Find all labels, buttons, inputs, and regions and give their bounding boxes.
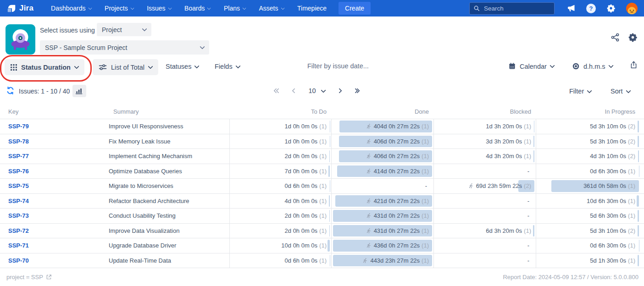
- search-input[interactable]: [483, 5, 550, 12]
- duration-value: -: [527, 257, 529, 264]
- column-header-done[interactable]: Done: [331, 108, 433, 115]
- issue-key-link[interactable]: SSP-71: [8, 242, 29, 249]
- duration-cell-todo: 4d 0h 0m 0s (1): [229, 194, 331, 209]
- time-format-select[interactable]: d.h.m.s: [572, 62, 613, 70]
- duration-cell-in-progress: 5d 3h 10m 0s (2): [536, 134, 644, 149]
- duration-value: -: [527, 198, 529, 204]
- duration-cell-blocked: 69d 23h 59m 22s (2): [433, 179, 536, 193]
- issue-key-link[interactable]: SSP-75: [8, 182, 29, 189]
- pagination-next-button[interactable]: [338, 89, 341, 93]
- duration-value: 361d 0h 58m 0s: [583, 182, 626, 189]
- duration-cell-blocked: 6d 3h 20m 0s (1): [433, 224, 536, 238]
- runner-icon: [366, 168, 372, 174]
- announcements-icon[interactable]: [566, 4, 576, 13]
- statuses-select[interactable]: Statuses: [166, 63, 199, 70]
- jira-logo[interactable]: Jira: [6, 4, 33, 13]
- global-search[interactable]: [469, 2, 555, 15]
- issue-date-filter-input[interactable]: [306, 62, 409, 70]
- chevron-down-icon: [168, 6, 172, 10]
- sort-select[interactable]: Sort: [611, 88, 630, 95]
- duration-value: 431d 0h 27m 22s: [374, 227, 420, 234]
- create-button[interactable]: Create: [339, 2, 371, 15]
- nav-item-plans[interactable]: Plans: [224, 5, 246, 12]
- chart-toggle-button[interactable]: [72, 85, 86, 97]
- duration-value: 421d 0h 27m 22s: [374, 198, 420, 204]
- issue-key-link[interactable]: SSP-74: [8, 198, 29, 204]
- duration-value: 5d 3h 10m 0s: [590, 123, 626, 130]
- duration-cell-todo: 2d 0h 0m 0s (1): [229, 149, 331, 164]
- nav-item-timepiece[interactable]: Timepiece: [297, 5, 327, 12]
- project-select[interactable]: SSP - Sample Scrum Project: [40, 40, 209, 55]
- duration-count: (1): [319, 153, 327, 160]
- issue-key-link[interactable]: SSP-72: [8, 227, 29, 234]
- page-size-select[interactable]: 10: [309, 87, 325, 94]
- duration-count: (2): [628, 138, 635, 145]
- nav-item-projects[interactable]: Projects: [105, 5, 133, 12]
- chevron-down-icon: [131, 6, 134, 10]
- pagination-last-button[interactable]: [354, 89, 360, 93]
- duration-count: (1): [524, 123, 531, 130]
- share-button[interactable]: [611, 33, 620, 42]
- issues-count: Issues: 1 - 10 / 40: [19, 88, 70, 95]
- footer-jql-link[interactable]: project = SSP: [6, 274, 52, 280]
- duration-cell-done: 431d 0h 27m 22s (1): [331, 209, 433, 223]
- nav-item-boards[interactable]: Boards: [184, 5, 211, 12]
- duration-value: -: [527, 212, 529, 219]
- nav-item-dashboards[interactable]: Dashboards: [51, 5, 91, 12]
- duration-bar: [328, 240, 330, 252]
- user-avatar[interactable]: [626, 3, 638, 14]
- issue-source-select[interactable]: Project: [97, 23, 151, 36]
- runner-icon: [362, 258, 368, 264]
- issue-key-link[interactable]: SSP-73: [8, 212, 29, 219]
- chevron-down-icon: [74, 64, 79, 69]
- duration-value: 5d 1h 30m 0s: [590, 257, 626, 264]
- duration-bar: [329, 150, 330, 162]
- nav-item-issues[interactable]: Issues: [147, 5, 171, 12]
- duration-count: (1): [319, 123, 327, 130]
- export-button[interactable]: [629, 60, 638, 69]
- report-type-select[interactable]: Status Duration: [5, 59, 84, 75]
- issue-date-filter[interactable]: [306, 62, 407, 70]
- fields-select[interactable]: Fields: [215, 63, 240, 70]
- duration-count: (1): [319, 198, 327, 204]
- issue-key-link[interactable]: SSP-78: [8, 138, 29, 145]
- issue-key-link[interactable]: SSP-79: [8, 123, 29, 130]
- duration-value: 5d 3h 10m 0s: [590, 138, 626, 145]
- issue-summary: Migrate to Microservices: [109, 179, 229, 193]
- issue-key-link[interactable]: SSP-77: [8, 153, 29, 160]
- column-header-todo[interactable]: To Do: [229, 108, 331, 115]
- report-settings-button[interactable]: [628, 33, 638, 42]
- runner-icon: [468, 183, 474, 189]
- column-header-blocked[interactable]: Blocked: [433, 108, 536, 115]
- table-row: SSP-77 Implement Caching Mechanism 2d 0h…: [0, 149, 644, 164]
- column-header-key[interactable]: Key: [0, 108, 109, 115]
- duration-value: 4d 3h 20m 0s: [486, 153, 522, 160]
- chevron-down-icon: [281, 6, 284, 10]
- refresh-button[interactable]: [6, 86, 15, 95]
- select-issues-label: Select issues using: [40, 27, 95, 34]
- help-icon[interactable]: ?: [586, 4, 596, 13]
- calendar-select[interactable]: Calendar: [508, 62, 554, 70]
- nav-item-assets[interactable]: Assets: [259, 5, 284, 12]
- list-mode-select[interactable]: List of Total: [93, 59, 158, 75]
- duration-value: 2d 0h 0m 0s: [285, 153, 318, 160]
- issue-key-link[interactable]: SSP-70: [8, 257, 29, 264]
- duration-value: 2d 0h 0m 0s: [285, 212, 318, 219]
- pagination-prev-button[interactable]: [293, 89, 296, 93]
- app-logo: [6, 24, 35, 55]
- column-header-in-progress[interactable]: In Progress: [536, 108, 644, 115]
- issue-key-link[interactable]: SSP-76: [8, 168, 29, 175]
- duration-count: (2): [628, 153, 635, 160]
- duration-cell-done: 414d 0h 27m 22s (1): [331, 164, 433, 179]
- runner-icon: [366, 242, 372, 248]
- duration-cell-in-progress: 5d 1h 30m 0s (1): [536, 253, 644, 268]
- settings-icon[interactable]: [606, 4, 616, 13]
- pagination-first-button[interactable]: [274, 89, 280, 93]
- filter-select[interactable]: Filter: [569, 88, 591, 95]
- chevron-down-icon: [207, 6, 211, 10]
- issue-summary: Improve Data Visualization: [109, 224, 229, 238]
- duration-value: 5d 3h 10m 0s: [590, 227, 626, 234]
- duration-count: (1): [422, 123, 429, 130]
- chevron-down-icon: [587, 88, 592, 93]
- column-header-summary[interactable]: Summary: [109, 108, 229, 115]
